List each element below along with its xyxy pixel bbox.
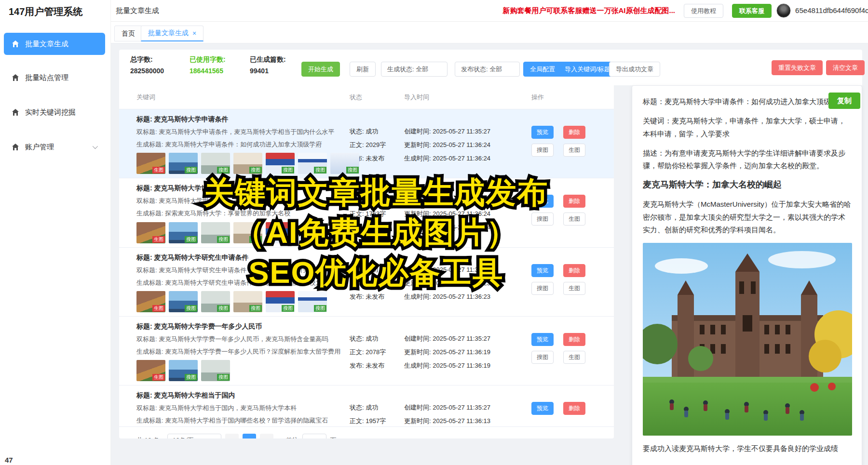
export-articles-button[interactable]: 导出成功文章 bbox=[609, 62, 660, 77]
contact-support-button[interactable]: 联系客服 bbox=[732, 4, 772, 18]
preview-button[interactable]: 预览 bbox=[531, 264, 554, 277]
article-thumbnail[interactable]: 搜图 bbox=[298, 222, 327, 243]
page-number-button[interactable]: 1 bbox=[243, 434, 256, 438]
generate-image-button[interactable]: 生图 bbox=[563, 282, 585, 295]
search-image-button[interactable]: 搜图 bbox=[531, 144, 554, 157]
start-generation-button[interactable]: 开始生成 bbox=[301, 62, 340, 77]
generate-image-button[interactable]: 生图 bbox=[563, 213, 585, 226]
article-thumbnail[interactable]: 搜图 bbox=[266, 153, 295, 174]
preview-button[interactable]: 预览 bbox=[531, 195, 554, 208]
sidebar-item-article-generation[interactable]: 批量文章生成 bbox=[4, 33, 105, 55]
article-thumbnail[interactable]: 搜图 bbox=[266, 222, 295, 243]
close-icon[interactable]: × bbox=[192, 29, 196, 37]
tab-home[interactable]: 首页 bbox=[114, 26, 142, 41]
home-icon bbox=[12, 40, 19, 48]
page-size-select[interactable]: 10条/页 bbox=[167, 434, 221, 438]
table-row[interactable]: 标题: 麦克马斯特大学学费一年多少人民币 双标题: 麦克马斯特大学学费一年多少人… bbox=[119, 317, 614, 385]
avatar[interactable] bbox=[776, 3, 791, 18]
status-text: 状态: 成功 bbox=[350, 196, 404, 205]
home-icon bbox=[12, 108, 19, 116]
time-cell: 创建时间: 2025-05-27 11:35:27 更新时间: 2025-05-… bbox=[404, 403, 531, 423]
article-thumbnail[interactable]: 搜图 bbox=[201, 291, 230, 312]
global-config-button[interactable]: 全局配置 bbox=[523, 62, 562, 77]
copy-button[interactable]: 复制 bbox=[828, 93, 860, 109]
delete-button[interactable]: 删除 bbox=[563, 402, 585, 415]
article-thumbnail[interactable]: 生图 bbox=[136, 222, 165, 243]
article-generated-title: 生成标题: 麦克马斯特大学相当于国内哪些名校？留学选择的隐藏宝石 bbox=[136, 416, 350, 425]
article-thumbnail[interactable]: 搜图 bbox=[201, 360, 230, 381]
top-header: 批量文章生成 新购套餐用户可联系客服赠送一万张AI原创生成配图... 使用教程 … bbox=[111, 0, 868, 22]
goto-page-input[interactable]: 1 bbox=[302, 434, 326, 438]
promo-notice[interactable]: 新购套餐用户可联系客服赠送一万张AI原创生成配图... bbox=[502, 6, 675, 15]
import-keywords-button[interactable]: 导入关键词/标题 bbox=[558, 62, 617, 77]
campus-photo bbox=[643, 243, 852, 436]
search-image-button[interactable]: 搜图 bbox=[531, 351, 554, 364]
article-thumbnail[interactable]: 搜图 bbox=[169, 153, 198, 174]
sidebar-item-label: 账户管理 bbox=[25, 143, 54, 152]
article-thumbnail[interactable]: 生图 bbox=[136, 291, 165, 312]
table-row[interactable]: 标题: 麦克马斯特大学研究生申请条件 双标题: 麦克马斯特大学研究生申请条件，麦… bbox=[119, 248, 614, 317]
sidebar-item-site-management[interactable]: 批量站点管理 bbox=[4, 66, 105, 89]
preview-button[interactable]: 预览 bbox=[531, 333, 554, 346]
article-title: 标题: 麦克马斯特大学相当于国内 bbox=[136, 390, 350, 400]
thumbnail-badge: 搜图 bbox=[282, 305, 294, 312]
chevron-down-icon bbox=[93, 144, 98, 149]
article-thumbnail[interactable]: 搜图 bbox=[169, 360, 198, 381]
article-thumbnail[interactable]: 搜图 bbox=[298, 153, 327, 174]
article-thumbnail[interactable]: 搜图 bbox=[233, 291, 262, 312]
updated-time: 更新时间: 2025-05-27 11:36:13 bbox=[404, 417, 531, 425]
delete-button[interactable]: 删除 bbox=[563, 195, 585, 208]
generated-time: 生成时间: 2025-05-27 11:36:23 bbox=[404, 292, 531, 301]
article-thumbnail[interactable]: 搜图 bbox=[298, 291, 327, 312]
article-thumbnail[interactable]: 搜图 bbox=[233, 153, 262, 174]
article-thumbnail[interactable]: 搜图 bbox=[169, 291, 198, 312]
publish-status: 发布: 未发布 bbox=[350, 292, 404, 301]
delete-button[interactable]: 删除 bbox=[563, 333, 585, 346]
article-thumbnail[interactable]: 生图 bbox=[136, 153, 165, 174]
stat-label: 已生成篇数: bbox=[250, 55, 308, 64]
created-time: 创建时间: 2025-05-27 11:35:27 bbox=[404, 266, 531, 274]
status-text: 状态: 成功 bbox=[350, 127, 404, 136]
thumbnail-badge: 搜图 bbox=[314, 305, 326, 312]
sidebar-item-account[interactable]: 账户管理 bbox=[4, 136, 105, 158]
article-thumbnail[interactable]: 搜图 bbox=[266, 291, 295, 312]
status-cell: 状态: 成功 正文: 2078字 发布: 未发布 bbox=[350, 334, 404, 381]
article-thumbnail[interactable]: 搜图 bbox=[201, 153, 230, 174]
article-thumbnail[interactable]: 搜图 bbox=[330, 153, 359, 174]
article-thumbnail[interactable]: 搜图 bbox=[169, 222, 198, 243]
created-time: 创建时间: 2025-05-27 11:35:27 bbox=[404, 127, 531, 136]
generation-status-select[interactable]: 生成状态: 全部 bbox=[381, 62, 448, 77]
next-page-button[interactable]: › bbox=[260, 434, 273, 438]
generate-image-button[interactable]: 生图 bbox=[563, 351, 585, 364]
time-cell: 创建时间: 2025-05-27 11:35:27 更新时间: 2025-05-… bbox=[404, 334, 531, 381]
table-row[interactable]: 标题: 麦克马斯特大学申请条件 双标题: 麦克马斯特大学申请条件，麦克马斯特大学… bbox=[119, 109, 614, 178]
publish-status-select[interactable]: 发布状态: 全部 bbox=[455, 62, 520, 77]
refresh-button[interactable]: 刷新 bbox=[350, 62, 376, 77]
preview-button[interactable]: 预览 bbox=[531, 126, 554, 139]
sidebar-item-label: 实时关键词挖掘 bbox=[25, 108, 76, 117]
delete-button[interactable]: 删除 bbox=[563, 264, 585, 277]
reset-failed-button[interactable]: 重置失败文章 bbox=[772, 60, 823, 75]
toolbar: 总字数: 282580000 已使用字数: 186441565 已生成篇数: 9… bbox=[119, 50, 862, 85]
updated-time: 更新时间: 2025-05-27 11:36:24 bbox=[404, 141, 531, 149]
article-thumbnail[interactable]: 生图 bbox=[136, 360, 165, 381]
generate-image-button[interactable]: 生图 bbox=[563, 144, 585, 157]
article-thumbnail[interactable]: 搜图 bbox=[233, 222, 262, 243]
tab-article-generation[interactable]: 批量文章生成 × bbox=[141, 26, 203, 41]
table-row[interactable]: 标题: 麦克马斯特大学相当于国内 双标题: 麦克马斯特大学相当于国内，麦克马斯特… bbox=[119, 385, 614, 427]
search-image-button[interactable]: 搜图 bbox=[531, 282, 554, 295]
search-image-button[interactable]: 搜图 bbox=[531, 213, 554, 226]
sidebar-item-label: 批量文章生成 bbox=[25, 40, 68, 49]
article-preview-panel: 复制 标题：麦克马斯特大学申请条件：如何成功进入加拿大顶级学府 关键词：麦克马斯… bbox=[632, 85, 862, 465]
tutorial-button[interactable]: 使用教程 bbox=[684, 4, 723, 18]
article-generated-title: 生成标题: 探索麦克马斯特大学：享誉世界的加拿大名校 bbox=[136, 209, 350, 218]
prev-page-button[interactable]: ‹ bbox=[225, 434, 239, 438]
delete-button[interactable]: 删除 bbox=[563, 126, 585, 139]
sidebar-item-keyword-mining[interactable]: 实时关键词挖掘 bbox=[4, 101, 105, 123]
goto-suffix: 页 bbox=[330, 436, 337, 438]
table-row[interactable]: 标题: 麦克马斯特大学世界排名 双标题: 麦克马斯特大学世界排名，麦克马斯特大学… bbox=[119, 178, 614, 247]
article-thumbnail[interactable]: 搜图 bbox=[201, 222, 230, 243]
clear-articles-button[interactable]: 清空文章 bbox=[826, 60, 865, 75]
preview-button[interactable]: 预览 bbox=[531, 402, 554, 415]
time-cell: 创建时间: 2025-05-27 11:35:27 更新时间: 2025-05-… bbox=[404, 127, 531, 174]
